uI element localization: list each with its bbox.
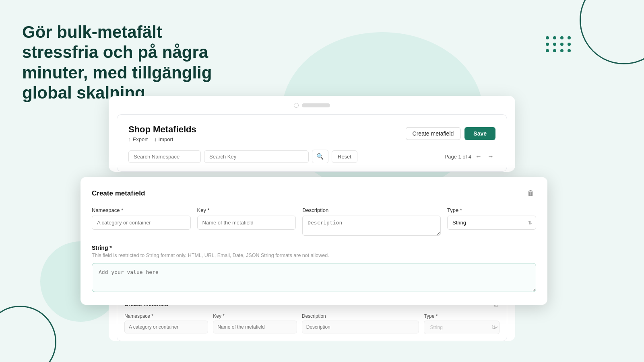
- string-section: String * This field is restricted to Str…: [92, 245, 536, 294]
- import-label: Import: [159, 136, 173, 142]
- namespace-input[interactable]: [92, 216, 191, 230]
- browser-bar: [109, 103, 515, 114]
- search-bar: 🔍 Reset Page 1 of 4 ← →: [128, 150, 495, 163]
- bottom-namespace-label: Namespace *: [124, 313, 208, 319]
- search-key-input[interactable]: [204, 150, 309, 163]
- key-label: Key *: [197, 207, 296, 213]
- export-label: Export: [133, 136, 148, 142]
- search-icon: 🔍: [316, 153, 324, 160]
- bottom-fields: Namespace * Key * Description Type * Str…: [124, 313, 500, 334]
- app-title-area: Shop Metafields ↑ Export ↓ Import: [128, 124, 196, 142]
- key-field-group: Key *: [197, 207, 296, 237]
- bottom-key-input[interactable]: [213, 321, 297, 333]
- bottom-key-label: Key *: [213, 313, 297, 319]
- description-label: Description: [302, 207, 441, 213]
- string-section-description: This field is restricted to String forma…: [92, 253, 536, 258]
- bottom-namespace-group: Namespace *: [124, 313, 208, 334]
- key-input[interactable]: [197, 216, 296, 230]
- create-metafield-button[interactable]: Create metafield: [406, 127, 461, 140]
- export-button[interactable]: ↑ Export: [128, 136, 148, 142]
- create-metafield-modal: Create metafield 🗑 Namespace * Key * Des…: [80, 177, 547, 305]
- pagination: Page 1 of 4 ← →: [445, 152, 496, 161]
- bottom-key-group: Key *: [213, 313, 297, 334]
- hero-text: Gör bulk-metafält stressfria och på någr…: [22, 22, 231, 103]
- description-field-group: Description: [302, 207, 441, 237]
- bottom-description-group: Description: [302, 313, 419, 334]
- app-title: Shop Metafields: [128, 124, 196, 135]
- namespace-field-group: Namespace *: [92, 207, 191, 237]
- header-buttons: Create metafield Save: [406, 127, 495, 140]
- reset-button[interactable]: Reset: [332, 150, 357, 163]
- prev-page-button[interactable]: ←: [474, 152, 483, 161]
- bg-circle-top-right: [580, 0, 644, 64]
- bg-circle-bottom-left: [0, 306, 56, 362]
- modal-delete-button[interactable]: 🗑: [526, 187, 536, 199]
- modal-header: Create metafield 🗑: [92, 187, 536, 199]
- browser-pill: [302, 103, 330, 107]
- browser-dot: [294, 103, 299, 108]
- type-select[interactable]: String Integer Boolean JSON String Date …: [447, 216, 536, 230]
- search-button[interactable]: 🔍: [312, 150, 328, 163]
- bottom-type-select-wrapper: String: [424, 321, 500, 334]
- import-icon: ↓: [154, 136, 157, 142]
- export-icon: ↑: [128, 136, 131, 142]
- bottom-description-input[interactable]: [302, 321, 419, 333]
- bottom-description-label: Description: [302, 313, 419, 319]
- pagination-label: Page 1 of 4: [445, 154, 472, 160]
- type-select-wrapper: String Integer Boolean JSON String Date …: [447, 216, 536, 230]
- app-header: Shop Metafields ↑ Export ↓ Import Create…: [128, 124, 495, 142]
- bottom-type-group: Type * String: [424, 313, 500, 334]
- bottom-namespace-input[interactable]: [124, 321, 208, 333]
- import-button[interactable]: ↓ Import: [154, 136, 173, 142]
- next-page-button[interactable]: →: [486, 152, 495, 161]
- dots-grid: [546, 36, 572, 52]
- string-value-textarea[interactable]: [92, 263, 536, 292]
- type-label: Type *: [447, 207, 536, 213]
- save-button[interactable]: Save: [464, 127, 495, 140]
- string-section-label: String *: [92, 245, 536, 251]
- browser-window: Shop Metafields ↑ Export ↓ Import Create…: [109, 96, 515, 172]
- search-namespace-input[interactable]: [128, 150, 201, 163]
- namespace-label: Namespace *: [92, 207, 191, 213]
- type-field-group: Type * String Integer Boolean JSON Strin…: [447, 207, 536, 237]
- bottom-type-label: Type *: [424, 313, 500, 319]
- app-actions: ↑ Export ↓ Import: [128, 136, 196, 142]
- description-textarea[interactable]: [302, 216, 441, 236]
- modal-title: Create metafield: [92, 189, 145, 197]
- app-card: Shop Metafields ↑ Export ↓ Import Create…: [117, 114, 507, 172]
- modal-fields: Namespace * Key * Description Type * Str…: [92, 207, 536, 237]
- bottom-type-select[interactable]: String: [424, 321, 500, 334]
